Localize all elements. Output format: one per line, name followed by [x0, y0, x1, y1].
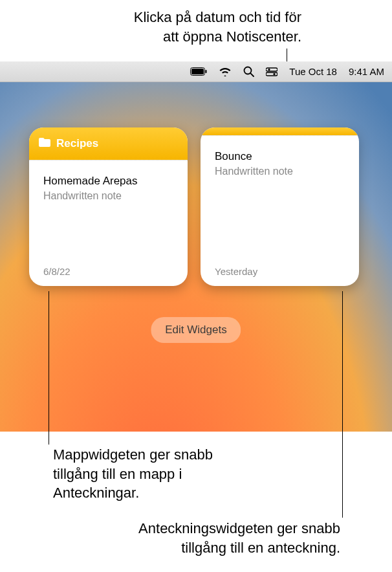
control-center-icon[interactable]: [266, 67, 278, 76]
folder-icon: [38, 137, 51, 150]
svg-point-8: [274, 72, 276, 74]
battery-icon[interactable]: [190, 67, 207, 76]
edit-widgets-button[interactable]: Edit Widgets: [151, 317, 241, 343]
widget-title: Recipes: [56, 137, 98, 150]
callout-text: tillgång till en anteckning.: [138, 538, 340, 558]
note-title: Homemade Arepas: [43, 175, 173, 188]
note-title: Bounce: [215, 150, 345, 163]
note-subtitle: Handwritten note: [215, 166, 345, 177]
callout-text: Mappwidgeten ger snabb: [53, 445, 213, 465]
note-subtitle: Handwritten note: [43, 190, 173, 202]
search-icon[interactable]: [243, 66, 254, 77]
widget-body: Homemade Arepas Handwritten note 6/8/22: [29, 160, 188, 286]
callout-folder-widget: Mappwidgeten ger snabb tillgång till en …: [53, 445, 213, 503]
callout-leader-line: [287, 49, 287, 63]
callout-text: Anteckningar.: [53, 483, 213, 503]
callout-text: tillgång till en mapp i: [53, 465, 213, 484]
note-widget[interactable]: Bounce Handwritten note Yesterday: [201, 127, 359, 286]
callout-text: Anteckningswidgeten ger snabb: [138, 519, 340, 538]
svg-rect-7: [266, 72, 278, 76]
widget-header: Recipes: [29, 127, 188, 160]
callout-note-widget: Anteckningswidgeten ger snabb tillgång t…: [138, 519, 340, 557]
folder-widget[interactable]: Recipes Homemade Arepas Handwritten note…: [29, 127, 188, 286]
svg-rect-5: [266, 68, 278, 71]
callout-datetime: Klicka på datum och tid för att öppna No…: [134, 8, 301, 46]
menubar: Tue Oct 18 9:41 AM: [0, 61, 392, 82]
callout-text: att öppna Notiscenter.: [134, 27, 301, 47]
widget-header-bar: [201, 127, 359, 135]
menubar-date[interactable]: Tue Oct 18: [289, 66, 337, 77]
svg-line-4: [250, 73, 254, 76]
widgets-row: Recipes Homemade Arepas Handwritten note…: [29, 127, 359, 286]
callout-text: Klicka på datum och tid för: [134, 8, 301, 27]
menubar-time[interactable]: 9:41 AM: [349, 66, 384, 77]
note-date: 6/8/22: [43, 266, 173, 277]
note-date: Yesterday: [215, 266, 345, 277]
desktop-background: Recipes Homemade Arepas Handwritten note…: [0, 82, 392, 432]
svg-rect-1: [191, 69, 204, 74]
callout-leader-line: [342, 291, 343, 518]
widget-body: Bounce Handwritten note Yesterday: [201, 135, 359, 286]
svg-point-6: [268, 68, 270, 70]
svg-rect-2: [206, 70, 207, 73]
wifi-icon[interactable]: [219, 67, 232, 76]
callout-leader-line: [49, 291, 49, 445]
